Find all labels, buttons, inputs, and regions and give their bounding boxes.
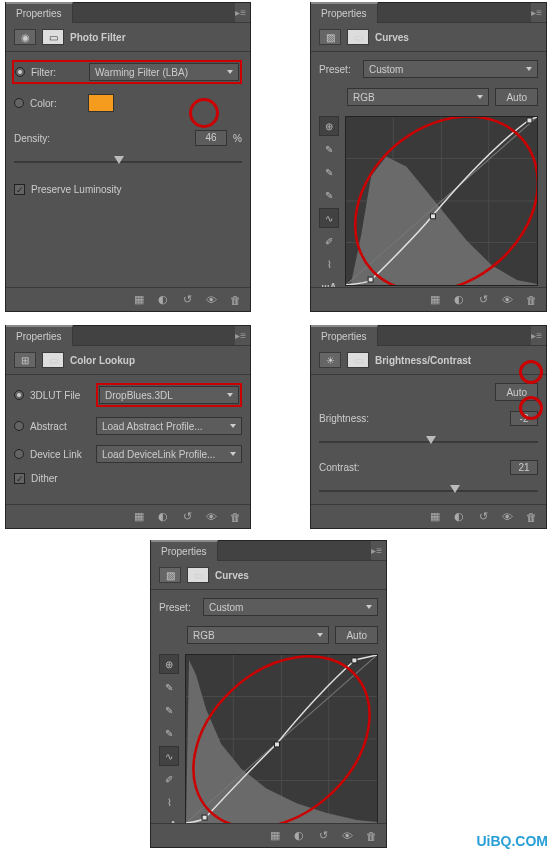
- brightness-slider[interactable]: [319, 436, 538, 448]
- curve-graph[interactable]: [345, 116, 538, 286]
- properties-tab[interactable]: Properties: [311, 325, 378, 346]
- filter-radio[interactable]: [15, 67, 25, 77]
- trash-icon[interactable]: 🗑: [224, 291, 246, 309]
- properties-tab[interactable]: Properties: [311, 2, 378, 23]
- device-radio[interactable]: [14, 449, 24, 459]
- clip-icon[interactable]: ▦: [264, 827, 286, 845]
- flyout-icon[interactable]: ▸≡: [235, 7, 246, 18]
- channel-dropdown[interactable]: RGB: [187, 626, 329, 644]
- white-eyedrop-icon[interactable]: ✎: [319, 139, 339, 159]
- mask-icon[interactable]: ▭: [42, 352, 64, 368]
- reset-icon[interactable]: ↺: [472, 291, 494, 309]
- svg-rect-19: [274, 742, 279, 747]
- clip-icon[interactable]: ▦: [424, 508, 446, 526]
- properties-tab[interactable]: Properties: [6, 325, 73, 346]
- point-tool[interactable]: ∿: [159, 746, 179, 766]
- auto-button[interactable]: Auto: [495, 383, 538, 401]
- svg-rect-9: [527, 118, 532, 123]
- panel-footer: ▦ ◐ ↺ 👁 🗑: [6, 287, 250, 311]
- color-row: Color:: [14, 94, 242, 112]
- eye-icon[interactable]: 👁: [496, 508, 518, 526]
- color-swatch[interactable]: [88, 94, 114, 112]
- reset-icon[interactable]: ↺: [472, 508, 494, 526]
- curve-graph[interactable]: [185, 654, 378, 824]
- abstract-radio[interactable]: [14, 421, 24, 431]
- svg-rect-18: [202, 815, 207, 820]
- dither-checkbox[interactable]: ✓: [14, 473, 25, 484]
- trash-icon[interactable]: 🗑: [520, 291, 542, 309]
- density-row: Density: 46 %: [14, 130, 242, 146]
- flyout-icon[interactable]: ▸≡: [531, 330, 542, 341]
- trash-icon[interactable]: 🗑: [360, 827, 382, 845]
- lut-radio[interactable]: [14, 390, 24, 400]
- prev-icon[interactable]: ◐: [448, 291, 470, 309]
- brightness-input[interactable]: -2: [510, 411, 538, 426]
- abstract-dropdown[interactable]: Load Abstract Profile...: [96, 417, 242, 435]
- svg-rect-7: [368, 277, 373, 282]
- eye-icon[interactable]: 👁: [336, 827, 358, 845]
- device-dropdown[interactable]: Load DeviceLink Profile...: [96, 445, 242, 463]
- bc-icon: ☀: [319, 352, 341, 368]
- pencil-tool[interactable]: ✐: [319, 231, 339, 251]
- curves-icon: ▨: [319, 29, 341, 45]
- preset-dropdown[interactable]: Custom: [203, 598, 378, 616]
- prev-icon[interactable]: ◐: [288, 827, 310, 845]
- smooth-icon[interactable]: ⌇: [319, 254, 339, 274]
- mask-icon[interactable]: ▭: [187, 567, 209, 583]
- eye-icon[interactable]: 👁: [200, 291, 222, 309]
- preserve-checkbox[interactable]: ✓: [14, 184, 25, 195]
- prev-icon[interactable]: ◐: [152, 291, 174, 309]
- bc-panel: Properties▸≡ ☀▭Brightness/Contrast Auto …: [310, 325, 547, 529]
- panel-header: Properties ▸≡: [6, 3, 250, 23]
- density-input[interactable]: 46: [195, 130, 227, 146]
- contrast-input[interactable]: 21: [510, 460, 538, 475]
- eye-icon[interactable]: 👁: [496, 291, 518, 309]
- gray-eyedrop-icon[interactable]: ✎: [319, 162, 339, 182]
- channel-dropdown[interactable]: RGB: [347, 88, 489, 106]
- mask-icon[interactable]: ▭: [347, 29, 369, 45]
- pencil-tool[interactable]: ✐: [159, 769, 179, 789]
- prev-icon[interactable]: ◐: [448, 508, 470, 526]
- auto-button[interactable]: Auto: [335, 626, 378, 644]
- properties-tab[interactable]: Properties: [151, 540, 218, 561]
- clip-icon[interactable]: ▦: [128, 508, 150, 526]
- flyout-icon[interactable]: ▸≡: [235, 330, 246, 341]
- reset-icon[interactable]: ↺: [176, 291, 198, 309]
- eye-icon[interactable]: 👁: [200, 508, 222, 526]
- svg-rect-8: [430, 214, 435, 219]
- photo-filter-panel: Properties ▸≡ ◉ ▭ Photo Filter Filter: W…: [5, 2, 251, 312]
- white-eyedrop-icon[interactable]: ✎: [159, 677, 179, 697]
- gray-eyedrop-icon[interactable]: ✎: [159, 700, 179, 720]
- lut-icon: ⊞: [14, 352, 36, 368]
- trash-icon[interactable]: 🗑: [520, 508, 542, 526]
- curves-panel-1: Properties▸≡ ▨▭Curves Preset:Custom RGBA…: [310, 2, 547, 312]
- point-tool[interactable]: ∿: [319, 208, 339, 228]
- trash-icon[interactable]: 🗑: [224, 508, 246, 526]
- curves-icon: ▨: [159, 567, 181, 583]
- auto-button[interactable]: Auto: [495, 88, 538, 106]
- svg-rect-20: [352, 658, 357, 663]
- black-eyedrop-icon[interactable]: ✎: [319, 185, 339, 205]
- properties-tab[interactable]: Properties: [6, 2, 73, 23]
- clip-icon[interactable]: ▦: [424, 291, 446, 309]
- lut-dropdown[interactable]: DropBlues.3DL: [99, 386, 239, 404]
- black-eyedrop-icon[interactable]: ✎: [159, 723, 179, 743]
- flyout-icon[interactable]: ▸≡: [371, 545, 382, 556]
- color-radio[interactable]: [14, 98, 24, 108]
- reset-icon[interactable]: ↺: [176, 508, 198, 526]
- curves-panel-2: Properties▸≡ ▨▭Curves Preset:Custom RGBA…: [150, 540, 387, 848]
- contrast-slider[interactable]: [319, 485, 538, 497]
- prev-icon[interactable]: ◐: [152, 508, 174, 526]
- target-tool[interactable]: ⊕: [159, 654, 179, 674]
- reset-icon[interactable]: ↺: [312, 827, 334, 845]
- mask-icon[interactable]: ▭: [42, 29, 64, 45]
- target-tool[interactable]: ⊕: [319, 116, 339, 136]
- flyout-icon[interactable]: ▸≡: [531, 7, 542, 18]
- watermark: UiBQ.COM: [476, 833, 548, 849]
- mask-icon[interactable]: ▭: [347, 352, 369, 368]
- preset-dropdown[interactable]: Custom: [363, 60, 538, 78]
- filter-dropdown[interactable]: Warming Filter (LBA): [89, 63, 239, 81]
- clip-icon[interactable]: ▦: [128, 291, 150, 309]
- smooth-icon[interactable]: ⌇: [159, 792, 179, 812]
- density-slider[interactable]: [14, 156, 242, 168]
